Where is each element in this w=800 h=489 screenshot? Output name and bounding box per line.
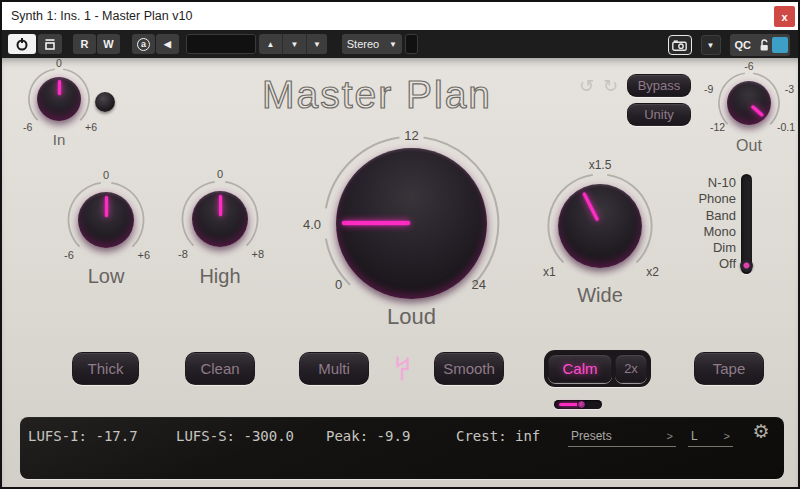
qc-lock-button[interactable] xyxy=(756,39,772,52)
low-knob[interactable]: 0 -6 +6 Low xyxy=(66,180,146,260)
tick-label: -6 xyxy=(744,60,753,72)
monitor-options: N-10 Phone Band Mono Dim Off xyxy=(666,175,736,273)
channel-indicator-box[interactable] xyxy=(405,34,418,54)
tick-label: +6 xyxy=(137,249,150,261)
snapshot-button[interactable] xyxy=(668,35,692,55)
tick-label: -8 xyxy=(178,248,188,260)
tick-label: -6 xyxy=(64,249,74,261)
monitor-option-mono[interactable]: Mono xyxy=(666,224,736,240)
undo-button[interactable]: ↺ xyxy=(579,75,594,97)
previous-preset-button[interactable]: ▲ xyxy=(259,34,283,54)
qc-button[interactable]: QC xyxy=(730,39,757,51)
gear-icon: ⚙ xyxy=(752,421,769,442)
monitor-option-band[interactable]: Band xyxy=(666,208,736,224)
loud-knob[interactable]: 12 4.0 0 24 Loud xyxy=(319,131,504,316)
in-knob[interactable]: 0 -6 +6 In xyxy=(27,67,91,131)
tick-label: -9 xyxy=(704,83,713,95)
read-automation-button[interactable]: R xyxy=(73,34,96,54)
title-bar: Synth 1: Ins. 1 - Master Plan v10 x xyxy=(2,2,798,30)
channel-mode-select[interactable]: Stereo ▼ xyxy=(342,34,402,54)
switch-ab-button[interactable]: ◀ xyxy=(156,34,179,54)
chevron-right-icon: > xyxy=(724,430,730,442)
lufs-s-readout: LUFS-S: -300.0 xyxy=(176,428,294,444)
master-plan-gui: Master Plan ↺ ↻ Bypass Unity 0 -6 +6 In xyxy=(2,58,798,487)
a-circle-icon: a xyxy=(137,38,150,51)
undo-icon: ↺ xyxy=(579,76,594,96)
channel-mode-value: Stereo xyxy=(342,34,384,54)
tick-label: x1 xyxy=(543,265,556,279)
tick-label: 0 xyxy=(335,277,342,292)
preset-nav-group: ▲ ▼ ▼ xyxy=(259,34,327,54)
lock-open-icon xyxy=(759,39,770,52)
tick-label: +8 xyxy=(251,248,264,260)
calm-slider-thumb[interactable] xyxy=(577,400,586,409)
triangle-down-icon: ▼ xyxy=(291,40,299,49)
monitor-option-n10[interactable]: N-10 xyxy=(666,175,736,191)
knob-label: In xyxy=(27,131,91,148)
high-knob[interactable]: 0 -8 +8 High xyxy=(180,179,260,259)
quick-controls-group: QC xyxy=(730,34,791,56)
bypass-icon xyxy=(43,38,57,51)
power-icon xyxy=(15,37,29,51)
knob-label: High xyxy=(180,265,260,288)
close-button[interactable]: x xyxy=(774,6,795,27)
tick-label: x1.5 xyxy=(589,158,612,172)
calm-amount-slider[interactable] xyxy=(554,400,602,409)
camera-icon xyxy=(672,40,687,51)
close-icon: x xyxy=(781,11,787,23)
monitor-option-phone[interactable]: Phone xyxy=(666,191,736,207)
multi-button[interactable]: Multi xyxy=(299,352,369,385)
settings-button[interactable]: ⚙ xyxy=(749,420,773,443)
monitor-slider[interactable] xyxy=(741,174,752,274)
in-trim-knob[interactable] xyxy=(95,92,115,112)
automation-button[interactable]: a xyxy=(132,34,155,54)
tape-button[interactable]: Tape xyxy=(694,352,764,385)
peak-readout: Peak: -9.9 xyxy=(326,428,410,444)
calm-button[interactable]: Calm xyxy=(548,354,612,383)
dropdown-icon: ▼ xyxy=(313,40,321,49)
activate-button[interactable] xyxy=(8,34,36,54)
tick-label: 12 xyxy=(404,128,418,143)
chevron-right-icon: > xyxy=(667,430,673,442)
knob-label: Low xyxy=(66,265,146,288)
status-bar: LUFS-I: -17.7 LUFS-S: -300.0 Peak: -9.9 … xyxy=(20,417,784,479)
preset-name-field[interactable] xyxy=(186,34,256,54)
redo-button[interactable]: ↻ xyxy=(603,75,618,97)
bank-select[interactable]: L > xyxy=(688,426,733,447)
dropdown-icon: ▼ xyxy=(707,41,715,50)
dropdown-icon: ▼ xyxy=(384,34,402,54)
presets-select[interactable]: Presets > xyxy=(568,426,676,447)
plugin-toolbar: R W a ◀ ▲ ▼ ▼ Stereo ▼ xyxy=(2,30,798,58)
arrow-left-icon: ◀ xyxy=(164,39,171,49)
knob-label: Loud xyxy=(319,304,504,330)
lufs-i-readout: LUFS-I: -17.7 xyxy=(28,428,138,444)
redo-icon: ↻ xyxy=(603,76,618,96)
brand-glyph-icon xyxy=(395,355,410,382)
presets-label: Presets xyxy=(571,429,612,443)
tick-label: x2 xyxy=(646,265,659,279)
monitor-option-dim[interactable]: Dim xyxy=(666,240,736,256)
tick-label: 0 xyxy=(103,169,109,181)
calm-2x-button[interactable]: 2x xyxy=(615,354,647,383)
monitor-slider-thumb[interactable] xyxy=(740,259,753,272)
unity-button[interactable]: Unity xyxy=(627,103,691,126)
snapshot-menu-button[interactable]: ▼ xyxy=(701,35,721,55)
tick-label: -0.1 xyxy=(777,121,795,133)
knob-label: Out xyxy=(717,137,781,155)
out-knob[interactable]: -6 -9 -3 -12 -0.1 Out xyxy=(717,71,781,135)
smooth-button[interactable]: Smooth xyxy=(434,352,504,385)
plugin-logo: Master Plan xyxy=(232,73,522,117)
window-title: Synth 1: Ins. 1 - Master Plan v10 xyxy=(11,9,192,23)
wide-knob[interactable]: x1.5 x1 x2 Wide xyxy=(545,171,655,281)
preset-menu-button[interactable]: ▼ xyxy=(307,34,327,54)
calm-button-group: Calm 2x xyxy=(544,350,651,387)
write-automation-button[interactable]: W xyxy=(97,34,120,54)
tick-label: 0 xyxy=(217,168,223,180)
thick-button[interactable]: Thick xyxy=(72,352,139,385)
monitor-option-off[interactable]: Off xyxy=(666,256,736,272)
next-preset-button[interactable]: ▼ xyxy=(283,34,307,54)
bypass-monitor-button[interactable] xyxy=(38,34,62,54)
clean-button[interactable]: Clean xyxy=(185,352,255,385)
qc-focus-indicator[interactable] xyxy=(772,37,788,53)
bypass-button[interactable]: Bypass xyxy=(627,74,691,97)
